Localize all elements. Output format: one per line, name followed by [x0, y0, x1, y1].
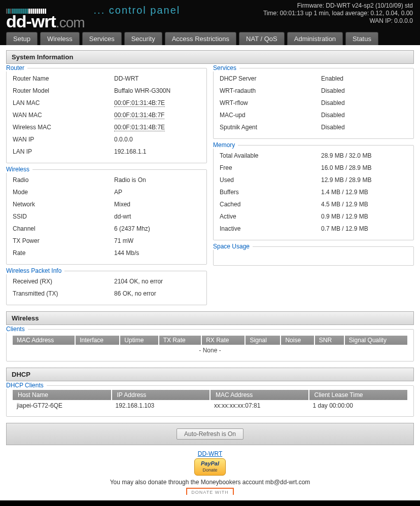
- nav-nat-qos[interactable]: NAT / QoS: [239, 32, 285, 45]
- rate-value: 144 Mb/s: [114, 249, 200, 257]
- auto-refresh-button[interactable]: Auto-Refresh is On: [177, 428, 243, 440]
- clients-col-txrate[interactable]: TX Rate: [159, 336, 202, 345]
- clients-col-snr[interactable]: SNR: [314, 336, 344, 345]
- wan-ip-label: WAN IP: [13, 136, 114, 143]
- tx-value: 86 OK, no error: [114, 290, 200, 297]
- ddwrt-link[interactable]: DD-WRT: [198, 450, 222, 457]
- tx-label: Transmitted (TX): [13, 290, 114, 297]
- inactive-label: Inactive: [220, 225, 321, 232]
- radauth-value: Disabled: [321, 87, 407, 94]
- dhcp-mac: xx:xx:xx:xx:07:81: [210, 400, 309, 411]
- nav-status[interactable]: Status: [345, 32, 378, 45]
- clients-col-mac[interactable]: MAC Address: [13, 336, 75, 345]
- lan-mac-value[interactable]: 00:0F:01:31:4B:7E: [114, 99, 165, 107]
- router-fieldset: Router Router NameDD-WRT Router ModelBuf…: [6, 68, 207, 163]
- lan-mac-label: LAN MAC: [13, 99, 114, 106]
- buffers-value: 1.4 MB / 12.9 MB: [321, 189, 407, 196]
- clients-col-interface[interactable]: Interface: [75, 336, 120, 345]
- nav-services[interactable]: Services: [82, 32, 122, 45]
- content-area: System Information Router Router NameDD-…: [0, 45, 420, 500]
- macupd-value: Disabled: [321, 112, 407, 119]
- ssid-label: SSID: [13, 213, 114, 220]
- used-label: Used: [220, 176, 321, 184]
- channel-value: 6 (2437 Mhz): [114, 225, 200, 232]
- nav-wireless[interactable]: Wireless: [40, 32, 80, 45]
- space-usage-fieldset: Space Usage: [213, 246, 414, 266]
- dhcp-section-header: DHCP: [6, 368, 414, 381]
- used-value: 12.9 MB / 28.9 MB: [321, 176, 407, 184]
- logo-text: dd-wrt.com: [6, 12, 85, 31]
- wireless-mac-value[interactable]: 00:0F:01:31:4B:7E: [114, 124, 165, 131]
- wan-mac-label: WAN MAC: [13, 112, 114, 119]
- clients-col-rxrate[interactable]: RX Rate: [201, 336, 245, 345]
- system-info-header: System Information: [6, 50, 414, 64]
- lan-ip-label: LAN IP: [13, 148, 114, 155]
- rflow-label: WRT-rflow: [220, 99, 321, 106]
- dhcp-row: jiapei-GT72-6QE 192.168.1.103 xx:xx:xx:x…: [13, 400, 407, 411]
- memory-legend: Memory: [211, 141, 238, 149]
- network-value: Mixed: [114, 201, 200, 208]
- network-label: Network: [13, 201, 114, 208]
- wan-ip-text: WAN IP: 0.0.0.0: [263, 17, 413, 25]
- router-name-value: DD-WRT: [114, 75, 200, 82]
- firmware-text: Firmware: DD-WRT v24-sp2 (10/10/09) std: [263, 2, 413, 10]
- rflow-value: Disabled: [321, 99, 407, 106]
- router-legend: Router: [4, 64, 27, 71]
- wireless-fieldset: Wireless RadioRadio is On ModeAP Network…: [6, 169, 207, 265]
- txpower-value: 71 mW: [114, 237, 200, 244]
- cached-value: 4.5 MB / 12.9 MB: [321, 201, 407, 208]
- time-text: Time: 00:01:13 up 1 min, load average: 0…: [263, 10, 413, 17]
- paypal-donate-button[interactable]: PayPal Donate: [194, 458, 226, 476]
- wireless-mac-label: Wireless MAC: [13, 124, 114, 131]
- free-label: Free: [220, 164, 321, 171]
- services-legend: Services: [211, 64, 239, 71]
- clients-col-noise[interactable]: Noise: [281, 336, 314, 345]
- packet-legend: Wireless Packet Info: [4, 267, 64, 274]
- free-value: 16.0 MB / 28.9 MB: [321, 164, 407, 171]
- dhcp-clients-fieldset: DHCP Clients Host Name IP Address MAC Ad…: [6, 385, 414, 417]
- nav-administration[interactable]: Administration: [287, 32, 343, 45]
- nav-setup[interactable]: Setup: [6, 32, 38, 45]
- clients-legend: Clients: [4, 326, 28, 333]
- radauth-label: WRT-radauth: [220, 87, 321, 94]
- clients-col-quality[interactable]: Signal Quality: [344, 336, 407, 345]
- clients-col-uptime[interactable]: Uptime: [120, 336, 158, 345]
- macupd-label: MAC-upd: [220, 112, 321, 119]
- channel-label: Channel: [13, 225, 114, 232]
- dhcp-col-host[interactable]: Host Name: [13, 390, 112, 400]
- nav-security[interactable]: Security: [124, 32, 162, 45]
- radio-label: Radio: [13, 176, 114, 184]
- wan-ip-value: 0.0.0.0: [114, 136, 200, 143]
- header-info: Firmware: DD-WRT v24-sp2 (10/10/09) std …: [263, 2, 413, 25]
- nav-access-restrictions[interactable]: Access Restrictions: [165, 32, 236, 45]
- donate-with-icon: DONATE WITH: [186, 488, 233, 495]
- dhcp-col-lease[interactable]: Client Lease Time: [309, 390, 408, 400]
- dhcp-server-label: DHCP Server: [220, 75, 321, 82]
- radio-value: Radio is On: [114, 176, 200, 184]
- memory-fieldset: Memory Total Available28.9 MB / 32.0 MB …: [213, 145, 414, 240]
- wireless-section-header: Wireless: [6, 311, 414, 325]
- lan-ip-value: 192.168.1.1: [114, 148, 200, 155]
- total-label: Total Available: [220, 152, 321, 159]
- dhcp-table: Host Name IP Address MAC Address Client …: [13, 390, 407, 411]
- buffers-label: Buffers: [220, 189, 321, 196]
- ssid-value: dd-wrt: [114, 213, 200, 220]
- active-label: Active: [220, 213, 321, 220]
- wan-mac-value[interactable]: 00:0F:01:31:4B:7F: [114, 112, 164, 119]
- mode-value: AP: [114, 189, 200, 196]
- clients-fieldset: Clients MAC Address Interface Uptime TX …: [6, 329, 414, 362]
- active-value: 0.9 MB / 12.9 MB: [321, 213, 407, 220]
- packet-info-fieldset: Wireless Packet Info Received (RX)2104 O…: [6, 271, 207, 305]
- rate-label: Rate: [13, 249, 114, 257]
- dhcp-col-ip[interactable]: IP Address: [112, 390, 211, 400]
- clients-col-signal[interactable]: Signal: [245, 336, 281, 345]
- donate-text: You may also donate through the Moneyboo…: [110, 479, 310, 486]
- dhcp-col-mac[interactable]: MAC Address: [210, 390, 309, 400]
- dhcp-clients-legend: DHCP Clients: [4, 382, 47, 389]
- cached-label: Cached: [220, 201, 321, 208]
- sputnik-value: Disabled: [321, 124, 407, 131]
- router-name-label: Router Name: [13, 75, 114, 82]
- donate-area: DD-WRT PayPal Donate You may also donate…: [6, 450, 414, 495]
- space-legend: Space Usage: [211, 243, 253, 250]
- dhcp-lease: 1 day 00:00:00: [309, 400, 408, 411]
